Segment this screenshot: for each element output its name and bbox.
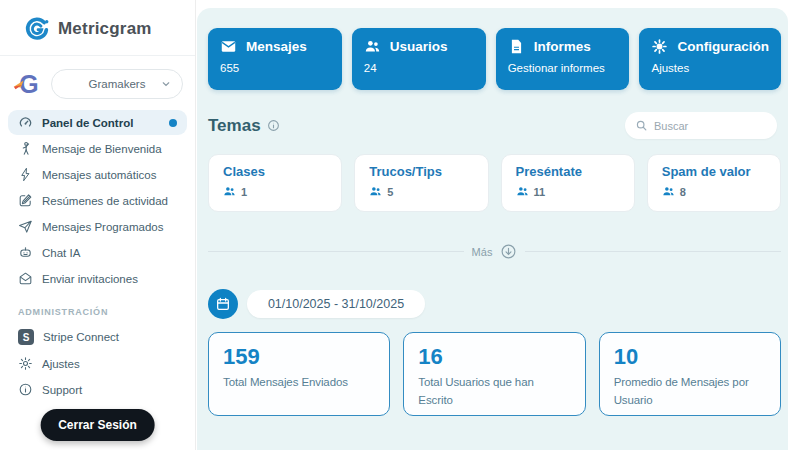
chevron-down-icon <box>160 78 172 90</box>
sidebar-item-label: Panel de Control <box>42 117 133 129</box>
workspace-dropdown[interactable]: Gramakers <box>51 69 183 99</box>
document-icon <box>508 38 525 55</box>
envelope-open-icon <box>18 271 33 286</box>
topic-card-presentate[interactable]: Preséntate 11 <box>501 154 635 212</box>
sidebar-item-support[interactable]: Support <box>8 377 187 402</box>
sidebar-item-label: Chat IA <box>42 247 80 259</box>
stat-label: Promedio de Mensajes por Usuario <box>614 374 766 410</box>
topic-card-trucos-tips[interactable]: Trucos/Tips 5 <box>354 154 488 212</box>
sidebar-item-mensaje-bienvenida[interactable]: Mensaje de Bienvenida <box>8 136 187 161</box>
stat-value: 16 <box>418 344 570 370</box>
users-icon <box>369 185 382 198</box>
gauge-icon <box>18 115 33 130</box>
search-input[interactable] <box>654 120 767 132</box>
quick-card-informes[interactable]: Informes Gestionar informes <box>496 28 630 90</box>
more-label: Más <box>472 246 493 258</box>
brand-name: Metricgram <box>58 19 152 39</box>
sidebar-admin-nav: S Stripe Connect Ajustes Support <box>0 322 195 402</box>
app-window: Metricgram G Gramakers Panel de Control … <box>0 0 800 450</box>
quick-cards-row: Mensajes 655 Usuarios 24 Informes <box>208 28 781 90</box>
sidebar-item-label: Support <box>42 384 82 396</box>
topic-title: Clases <box>223 164 327 179</box>
topic-count-value: 8 <box>680 186 686 198</box>
topic-title: Preséntate <box>516 164 620 179</box>
temas-heading: Temas <box>208 116 261 136</box>
topic-count-value: 1 <box>241 186 247 198</box>
users-icon <box>223 185 236 198</box>
stat-label: Total Usuarios que han Escrito <box>418 374 570 410</box>
sidebar-item-label: Mensajes Programados <box>42 221 163 233</box>
date-range-row: 01/10/2025 - 31/10/2025 <box>208 289 781 319</box>
calendar-button[interactable] <box>208 289 238 319</box>
topic-count-value: 11 <box>534 186 546 198</box>
sidebar-item-label: Resúmenes de actividad <box>42 195 168 207</box>
quick-card-title: Usuarios <box>390 39 448 54</box>
topic-card-spam-de-valor[interactable]: Spam de valor 8 <box>647 154 781 212</box>
arrow-down-circle-icon[interactable] <box>500 243 517 260</box>
logout-button[interactable]: Cerrar Sesión <box>40 409 155 441</box>
info-icon <box>267 119 280 132</box>
dashboard-panel: Mensajes 655 Usuarios 24 Informes <box>197 8 788 450</box>
envelope-icon <box>220 38 237 55</box>
stat-card-promedio-mensajes: 10 Promedio de Mensajes por Usuario <box>599 332 781 416</box>
active-indicator-dot <box>169 119 177 127</box>
stripe-icon: S <box>18 329 34 345</box>
workspace-selector-row: G Gramakers <box>0 56 195 108</box>
quick-card-usuarios[interactable]: Usuarios 24 <box>352 28 486 90</box>
topic-cards-row: Clases 1 Trucos/Tips 5 Preséntate <box>208 154 781 212</box>
sidebar-item-mensajes-programados[interactable]: Mensajes Programados <box>8 214 187 239</box>
workspace-avatar: G <box>12 68 44 100</box>
brand-logo: Metricgram <box>0 0 195 56</box>
topic-title: Spam de valor <box>662 164 766 179</box>
more-divider: Más <box>208 243 781 260</box>
sidebar-item-stripe-connect[interactable]: S Stripe Connect <box>8 324 187 350</box>
sidebar-item-ajustes[interactable]: Ajustes <box>8 351 187 376</box>
quick-card-title: Mensajes <box>246 39 307 54</box>
quick-card-mensajes[interactable]: Mensajes 655 <box>208 28 342 90</box>
topic-card-clases[interactable]: Clases 1 <box>208 154 342 212</box>
sidebar-item-enviar-invitaciones[interactable]: Enviar invitaciones <box>8 266 187 291</box>
lightning-icon <box>18 167 33 182</box>
temas-header-row: Temas <box>208 112 781 139</box>
quick-card-value: 24 <box>364 62 474 74</box>
info-icon <box>18 382 33 397</box>
workspace-name: Gramakers <box>89 78 146 90</box>
sidebar-item-label: Stripe Connect <box>43 331 119 343</box>
calendar-icon <box>215 296 231 312</box>
stat-card-total-mensajes: 159 Total Mensajes Enviados <box>208 332 390 416</box>
sidebar-item-panel-de-control[interactable]: Panel de Control <box>8 110 187 135</box>
search-box[interactable] <box>625 112 777 139</box>
quick-card-title: Informes <box>534 39 591 54</box>
quick-card-subtitle: Ajustes <box>651 62 769 74</box>
stat-label: Total Mensajes Enviados <box>223 374 375 392</box>
edit-icon <box>18 193 33 208</box>
stat-cards-row: 159 Total Mensajes Enviados 16 Total Usu… <box>208 332 781 416</box>
sidebar-item-mensajes-automaticos[interactable]: Mensajes automáticos <box>8 162 187 187</box>
quick-card-configuracion[interactable]: Configuración Ajustes <box>639 28 781 90</box>
sidebar-section-administracion: ADMINISTRACIÓN <box>0 292 195 322</box>
quick-card-subtitle: Gestionar informes <box>508 62 618 74</box>
sidebar-item-chat-ia[interactable]: Chat IA <box>8 240 187 265</box>
sidebar-item-label: Mensajes automáticos <box>42 169 156 181</box>
divider-line <box>208 251 464 252</box>
sidebar: Metricgram G Gramakers Panel de Control … <box>0 0 196 450</box>
person-wave-icon <box>18 141 33 156</box>
users-icon <box>516 185 529 198</box>
sidebar-item-resumenes-actividad[interactable]: Resúmenes de actividad <box>8 188 187 213</box>
stat-card-total-usuarios: 16 Total Usuarios que han Escrito <box>403 332 585 416</box>
users-icon <box>662 185 675 198</box>
search-icon <box>635 119 648 132</box>
main-content: Mensajes 655 Usuarios 24 Informes <box>196 0 800 450</box>
paper-plane-icon <box>18 219 33 234</box>
divider-line <box>525 251 781 252</box>
sidebar-item-label: Enviar invitaciones <box>42 273 138 285</box>
quick-card-title: Configuración <box>677 39 769 54</box>
date-range-value[interactable]: 01/10/2025 - 31/10/2025 <box>247 290 425 318</box>
topic-title: Trucos/Tips <box>369 164 473 179</box>
users-icon <box>364 38 381 55</box>
sidebar-nav: Panel de Control Mensaje de Bienvenida M… <box>0 108 195 291</box>
sidebar-item-label: Mensaje de Bienvenida <box>42 143 162 155</box>
gear-icon <box>651 38 668 55</box>
stat-value: 159 <box>223 344 375 370</box>
robot-icon <box>18 245 33 260</box>
